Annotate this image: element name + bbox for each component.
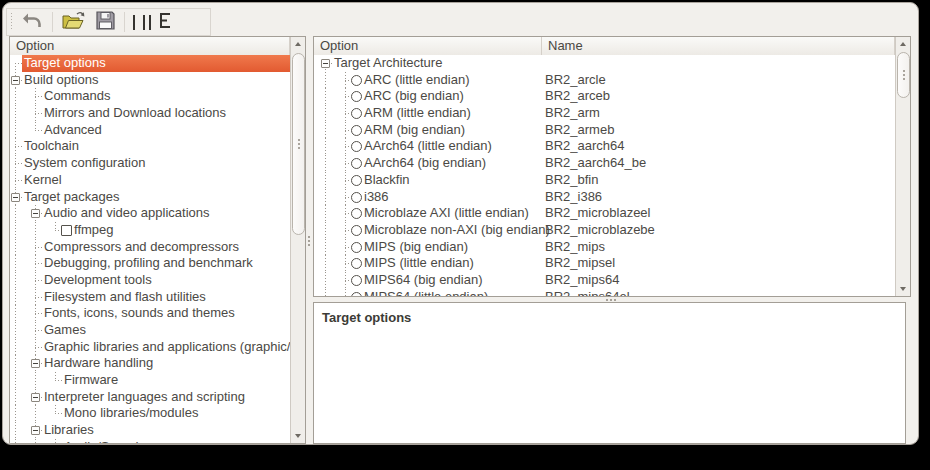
tree-item[interactable]: MIPS (big endian)BR2_mips [314,239,895,256]
scroll-up-icon[interactable] [291,37,305,51]
tree-item[interactable]: Mirrors and Download locations [10,105,290,122]
tree-item[interactable]: Target Architecture [314,55,895,72]
config-options-panel: Option Name Target ArchitectureARC (litt… [313,36,911,297]
tree-item[interactable]: ARC (big endian)BR2_arceb [314,88,895,105]
tree-item-label: AArch64 (little endian) [364,138,492,155]
left-scrollbar-thumb[interactable] [292,53,305,235]
tree-item[interactable]: Fonts, icons, sounds and themes [10,305,290,322]
tree-item[interactable]: Build options [10,72,290,89]
tree-guide-line [35,280,44,281]
config-symbol-name: BR2_mips64 [545,272,619,289]
toolbar-drag-handle[interactable] [9,13,13,31]
radio-icon[interactable] [351,158,362,169]
tree-item[interactable]: Firmware [10,372,290,389]
radio-icon[interactable] [351,275,362,286]
tree-item[interactable]: Microblaze non-AXI (big endian)BR2_micro… [314,222,895,239]
tree-guide-line [35,263,44,264]
tree-item[interactable]: AArch64 (little endian)BR2_aarch64 [314,138,895,155]
config-symbol-name: BR2_microblazeel [545,205,651,222]
collapse-minus-icon[interactable] [11,193,20,202]
tree-item[interactable]: Hardware handling [10,355,290,372]
save-floppy-icon [95,10,116,34]
tree-item-label: Blackfin [364,172,410,189]
config-symbol-name: BR2_mips [545,239,605,256]
undo-button[interactable] [17,10,47,34]
tree-item[interactable]: ARM (big endian)BR2_armeb [314,122,895,139]
tree-item[interactable]: Graphic libraries and applications (grap… [10,339,290,356]
tree-item[interactable]: Audio and video applications [10,205,290,222]
tree-guide-line [325,122,326,139]
full-view-button[interactable] [156,10,175,34]
scroll-up-icon[interactable] [896,37,910,51]
tree-item-label: Target options [24,55,106,72]
tree-guide-line [15,372,16,389]
option-column-header[interactable]: Option [314,37,542,55]
right-scrollbar-thumb[interactable] [897,52,910,98]
config-symbol-name: BR2_mipsel [545,255,615,272]
tree-item[interactable]: BlackfinBR2_bfin [314,172,895,189]
radio-icon[interactable] [351,242,362,253]
radio-icon[interactable] [351,292,362,296]
radio-icon[interactable] [351,141,362,152]
scroll-down-icon[interactable] [896,282,910,296]
tree-item[interactable]: Interpreter languages and scripting [10,389,290,406]
single-view-button[interactable] [130,10,138,34]
tree-item[interactable]: MIPS64 (little endian)BR2_mips64el [314,289,895,296]
save-button[interactable] [92,10,119,34]
tree-guide-line [15,289,16,306]
collapse-minus-icon[interactable] [31,393,40,402]
checkbox-icon[interactable] [61,225,72,236]
tree-item[interactable]: Compressors and decompressors [10,239,290,256]
tree-guide-line [35,372,36,389]
tree-item[interactable]: Toolchain [10,138,290,155]
tree-item[interactable]: Audio/Sound [10,439,290,443]
tree-item[interactable]: Target packages [10,189,290,206]
scroll-down-icon[interactable] [291,429,305,443]
tree-item[interactable]: ARM (little endian)BR2_arm [314,105,895,122]
tree-item[interactable]: Filesystem and flash utilities [10,289,290,306]
tree-item[interactable]: ARC (little endian)BR2_arcle [314,72,895,89]
tree-guide-line [35,405,36,422]
radio-icon[interactable] [351,192,362,203]
vertical-splitter[interactable] [306,36,313,444]
radio-icon[interactable] [351,175,362,186]
tree-item[interactable]: i386BR2_i386 [314,189,895,206]
radio-icon[interactable] [351,258,362,269]
tree-item[interactable]: Debugging, profiling and benchmark [10,255,290,272]
radio-icon[interactable] [351,208,362,219]
open-button[interactable] [58,10,90,34]
collapse-minus-icon[interactable] [11,76,20,85]
tree-item-label: Microblaze non-AXI (big endian) [364,222,550,239]
tree-item[interactable]: MIPS64 (big endian)BR2_mips64 [314,272,895,289]
left-scrollbar[interactable] [290,37,305,443]
radio-icon[interactable] [351,108,362,119]
radio-icon[interactable] [351,75,362,86]
tree-item[interactable]: Advanced [10,122,290,139]
app-window: Option Target optionsBuild optionsComman… [2,2,919,445]
name-column-header[interactable]: Name [542,37,895,55]
radio-icon[interactable] [351,125,362,136]
tree-item[interactable]: Development tools [10,272,290,289]
collapse-minus-icon[interactable] [31,209,40,218]
tree-item[interactable]: Commands [10,88,290,105]
tree-item[interactable]: Games [10,322,290,339]
split-view-button[interactable] [140,10,154,34]
radio-icon[interactable] [351,225,362,236]
collapse-minus-icon[interactable] [31,426,40,435]
tree-item[interactable]: Libraries [10,422,290,439]
tree-item[interactable]: Mono libraries/modules [10,405,290,422]
right-scrollbar[interactable] [895,37,910,296]
tree-item[interactable]: Microblaze AXI (little endian)BR2_microb… [314,205,895,222]
tree-item[interactable]: MIPS (little endian)BR2_mipsel [314,255,895,272]
tree-item[interactable]: AArch64 (big endian)BR2_aarch64_be [314,155,895,172]
option-column-header[interactable]: Option [10,37,290,55]
tree-item[interactable]: Target options [10,55,290,72]
tree-item[interactable]: Kernel [10,172,290,189]
tree-item[interactable]: System configuration [10,155,290,172]
collapse-minus-icon[interactable] [31,359,40,368]
collapse-minus-icon[interactable] [321,59,330,68]
splitter-grip-icon [308,236,310,248]
tree-item[interactable]: ffmpeg [10,222,290,239]
radio-icon[interactable] [351,91,362,102]
tree-guide-line [15,222,16,239]
